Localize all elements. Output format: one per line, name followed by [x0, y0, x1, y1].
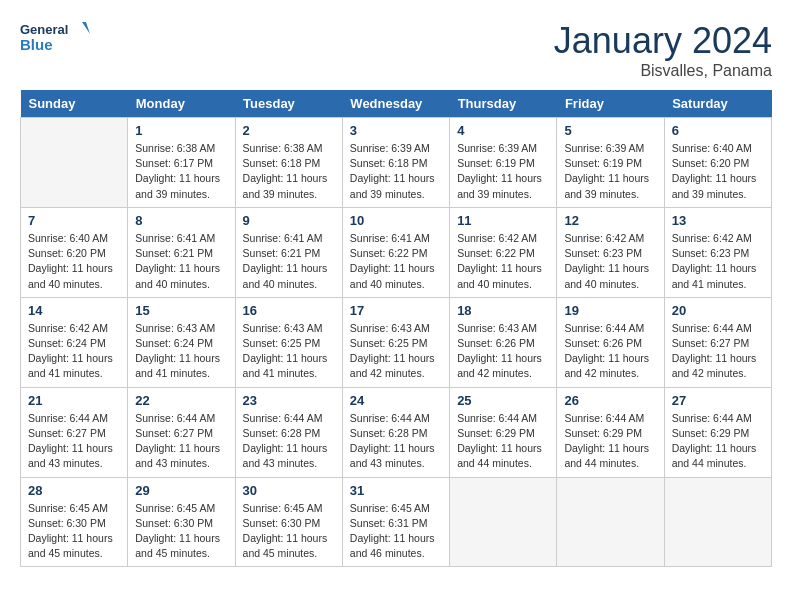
calendar-cell: 14Sunrise: 6:42 AMSunset: 6:24 PMDayligh… — [21, 297, 128, 387]
title-block: January 2024 Bisvalles, Panama — [554, 20, 772, 80]
calendar-cell: 2Sunrise: 6:38 AMSunset: 6:18 PMDaylight… — [235, 118, 342, 208]
location: Bisvalles, Panama — [554, 62, 772, 80]
calendar-cell — [450, 477, 557, 567]
calendar-cell: 24Sunrise: 6:44 AMSunset: 6:28 PMDayligh… — [342, 387, 449, 477]
day-info: Sunrise: 6:39 AMSunset: 6:18 PMDaylight:… — [350, 141, 442, 202]
day-info: Sunrise: 6:40 AMSunset: 6:20 PMDaylight:… — [672, 141, 764, 202]
calendar-cell — [557, 477, 664, 567]
calendar-cell: 13Sunrise: 6:42 AMSunset: 6:23 PMDayligh… — [664, 207, 771, 297]
week-row-5: 28Sunrise: 6:45 AMSunset: 6:30 PMDayligh… — [21, 477, 772, 567]
day-number: 7 — [28, 213, 120, 228]
week-row-2: 7Sunrise: 6:40 AMSunset: 6:20 PMDaylight… — [21, 207, 772, 297]
day-number: 6 — [672, 123, 764, 138]
page-header: General Blue January 2024 Bisvalles, Pan… — [20, 20, 772, 80]
day-info: Sunrise: 6:44 AMSunset: 6:28 PMDaylight:… — [350, 411, 442, 472]
day-number: 4 — [457, 123, 549, 138]
day-number: 5 — [564, 123, 656, 138]
day-info: Sunrise: 6:42 AMSunset: 6:23 PMDaylight:… — [672, 231, 764, 292]
day-info: Sunrise: 6:44 AMSunset: 6:29 PMDaylight:… — [457, 411, 549, 472]
day-info: Sunrise: 6:45 AMSunset: 6:31 PMDaylight:… — [350, 501, 442, 562]
calendar-cell: 29Sunrise: 6:45 AMSunset: 6:30 PMDayligh… — [128, 477, 235, 567]
week-row-4: 21Sunrise: 6:44 AMSunset: 6:27 PMDayligh… — [21, 387, 772, 477]
day-number: 8 — [135, 213, 227, 228]
calendar-cell: 30Sunrise: 6:45 AMSunset: 6:30 PMDayligh… — [235, 477, 342, 567]
calendar-cell: 19Sunrise: 6:44 AMSunset: 6:26 PMDayligh… — [557, 297, 664, 387]
day-number: 24 — [350, 393, 442, 408]
calendar-cell: 25Sunrise: 6:44 AMSunset: 6:29 PMDayligh… — [450, 387, 557, 477]
day-number: 15 — [135, 303, 227, 318]
calendar-cell: 11Sunrise: 6:42 AMSunset: 6:22 PMDayligh… — [450, 207, 557, 297]
day-info: Sunrise: 6:44 AMSunset: 6:27 PMDaylight:… — [135, 411, 227, 472]
calendar-cell: 8Sunrise: 6:41 AMSunset: 6:21 PMDaylight… — [128, 207, 235, 297]
day-info: Sunrise: 6:42 AMSunset: 6:23 PMDaylight:… — [564, 231, 656, 292]
day-number: 1 — [135, 123, 227, 138]
day-info: Sunrise: 6:42 AMSunset: 6:22 PMDaylight:… — [457, 231, 549, 292]
month-title: January 2024 — [554, 20, 772, 62]
day-number: 23 — [243, 393, 335, 408]
day-number: 17 — [350, 303, 442, 318]
day-number: 25 — [457, 393, 549, 408]
day-number: 29 — [135, 483, 227, 498]
calendar-cell: 20Sunrise: 6:44 AMSunset: 6:27 PMDayligh… — [664, 297, 771, 387]
day-info: Sunrise: 6:44 AMSunset: 6:28 PMDaylight:… — [243, 411, 335, 472]
day-info: Sunrise: 6:44 AMSunset: 6:27 PMDaylight:… — [28, 411, 120, 472]
calendar-cell — [664, 477, 771, 567]
day-number: 26 — [564, 393, 656, 408]
calendar-cell: 21Sunrise: 6:44 AMSunset: 6:27 PMDayligh… — [21, 387, 128, 477]
calendar-cell: 26Sunrise: 6:44 AMSunset: 6:29 PMDayligh… — [557, 387, 664, 477]
day-number: 10 — [350, 213, 442, 228]
header-day-saturday: Saturday — [664, 90, 771, 118]
header-day-wednesday: Wednesday — [342, 90, 449, 118]
day-info: Sunrise: 6:39 AMSunset: 6:19 PMDaylight:… — [457, 141, 549, 202]
calendar-cell: 15Sunrise: 6:43 AMSunset: 6:24 PMDayligh… — [128, 297, 235, 387]
day-number: 28 — [28, 483, 120, 498]
day-info: Sunrise: 6:40 AMSunset: 6:20 PMDaylight:… — [28, 231, 120, 292]
calendar-cell: 18Sunrise: 6:43 AMSunset: 6:26 PMDayligh… — [450, 297, 557, 387]
calendar-cell: 23Sunrise: 6:44 AMSunset: 6:28 PMDayligh… — [235, 387, 342, 477]
day-info: Sunrise: 6:43 AMSunset: 6:24 PMDaylight:… — [135, 321, 227, 382]
calendar-cell: 3Sunrise: 6:39 AMSunset: 6:18 PMDaylight… — [342, 118, 449, 208]
day-number: 2 — [243, 123, 335, 138]
day-info: Sunrise: 6:45 AMSunset: 6:30 PMDaylight:… — [135, 501, 227, 562]
calendar-cell: 7Sunrise: 6:40 AMSunset: 6:20 PMDaylight… — [21, 207, 128, 297]
calendar-cell: 4Sunrise: 6:39 AMSunset: 6:19 PMDaylight… — [450, 118, 557, 208]
svg-marker-2 — [82, 22, 90, 34]
day-info: Sunrise: 6:44 AMSunset: 6:29 PMDaylight:… — [564, 411, 656, 472]
header-day-tuesday: Tuesday — [235, 90, 342, 118]
day-info: Sunrise: 6:43 AMSunset: 6:26 PMDaylight:… — [457, 321, 549, 382]
week-row-1: 1Sunrise: 6:38 AMSunset: 6:17 PMDaylight… — [21, 118, 772, 208]
day-number: 20 — [672, 303, 764, 318]
calendar-cell: 31Sunrise: 6:45 AMSunset: 6:31 PMDayligh… — [342, 477, 449, 567]
day-number: 30 — [243, 483, 335, 498]
day-number: 13 — [672, 213, 764, 228]
day-number: 14 — [28, 303, 120, 318]
day-info: Sunrise: 6:43 AMSunset: 6:25 PMDaylight:… — [243, 321, 335, 382]
calendar-cell: 12Sunrise: 6:42 AMSunset: 6:23 PMDayligh… — [557, 207, 664, 297]
calendar-table: SundayMondayTuesdayWednesdayThursdayFrid… — [20, 90, 772, 567]
day-number: 12 — [564, 213, 656, 228]
calendar-cell: 27Sunrise: 6:44 AMSunset: 6:29 PMDayligh… — [664, 387, 771, 477]
day-info: Sunrise: 6:42 AMSunset: 6:24 PMDaylight:… — [28, 321, 120, 382]
day-info: Sunrise: 6:41 AMSunset: 6:22 PMDaylight:… — [350, 231, 442, 292]
day-info: Sunrise: 6:45 AMSunset: 6:30 PMDaylight:… — [28, 501, 120, 562]
day-info: Sunrise: 6:39 AMSunset: 6:19 PMDaylight:… — [564, 141, 656, 202]
day-number: 31 — [350, 483, 442, 498]
day-info: Sunrise: 6:41 AMSunset: 6:21 PMDaylight:… — [135, 231, 227, 292]
calendar-cell — [21, 118, 128, 208]
day-number: 27 — [672, 393, 764, 408]
day-info: Sunrise: 6:44 AMSunset: 6:29 PMDaylight:… — [672, 411, 764, 472]
header-row: SundayMondayTuesdayWednesdayThursdayFrid… — [21, 90, 772, 118]
header-day-sunday: Sunday — [21, 90, 128, 118]
calendar-cell: 6Sunrise: 6:40 AMSunset: 6:20 PMDaylight… — [664, 118, 771, 208]
svg-text:Blue: Blue — [20, 36, 53, 53]
calendar-cell: 28Sunrise: 6:45 AMSunset: 6:30 PMDayligh… — [21, 477, 128, 567]
day-number: 18 — [457, 303, 549, 318]
day-number: 9 — [243, 213, 335, 228]
day-number: 19 — [564, 303, 656, 318]
day-number: 16 — [243, 303, 335, 318]
calendar-cell: 1Sunrise: 6:38 AMSunset: 6:17 PMDaylight… — [128, 118, 235, 208]
logo-svg: General Blue — [20, 20, 90, 56]
day-info: Sunrise: 6:43 AMSunset: 6:25 PMDaylight:… — [350, 321, 442, 382]
day-number: 3 — [350, 123, 442, 138]
day-info: Sunrise: 6:38 AMSunset: 6:17 PMDaylight:… — [135, 141, 227, 202]
